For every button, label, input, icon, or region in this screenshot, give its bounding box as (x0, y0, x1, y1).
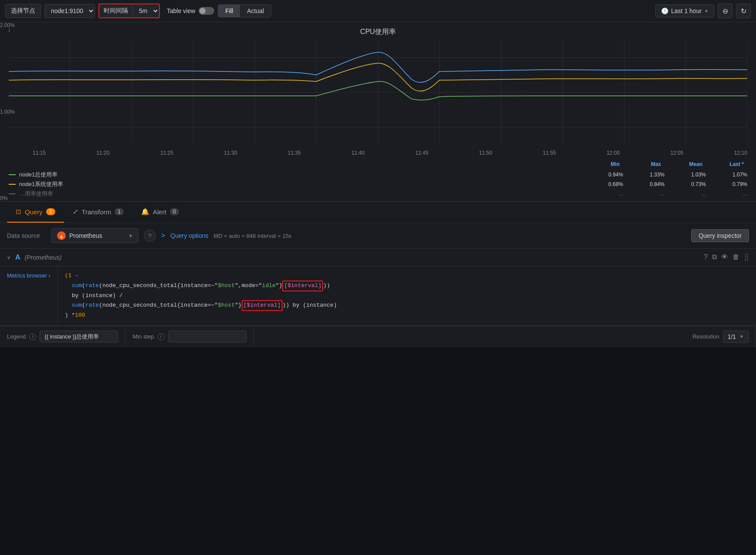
zoom-out-button[interactable]: ⊖ (718, 3, 732, 18)
interval-highlight-2: [$interval] (242, 300, 283, 311)
fill-button[interactable]: Fill (218, 5, 240, 17)
query-help-icon[interactable]: ? (704, 253, 708, 261)
tab-transform[interactable]: ⤢ Transform 1 (64, 202, 132, 223)
chart-legend: Min Max Mean Last * node1总使用率 0.94% 1.33… (9, 158, 747, 201)
query-label: A (15, 254, 20, 261)
code-line-1: (1 - (65, 271, 749, 281)
resolution-chevron: ▼ (739, 334, 744, 339)
query-options-arrow: > (161, 232, 165, 240)
query-source-label: (Prometheus) (25, 254, 62, 261)
tab-query[interactable]: ⊡ Query 3 (7, 202, 64, 223)
toggle-knob (199, 8, 206, 14)
table-view-toggle[interactable] (199, 7, 214, 15)
refresh-button[interactable]: ↻ (736, 3, 751, 18)
legend-row-yellow: node1系统使用率 0.68% 0.84% 0.73% 0.79% (9, 180, 747, 188)
resolution-cell: Resolution 1/1 ▼ (685, 326, 756, 347)
alert-tab-badge: 0 (170, 208, 179, 215)
query-tabs: ⊡ Query 3 ⤢ Transform 1 🔔 Alert 0 (0, 202, 756, 223)
time-interval-label: 时间间隔 (99, 4, 133, 17)
legend-last-header: Last * (720, 161, 744, 167)
time-interval-select[interactable]: 5m (133, 4, 159, 17)
datasource-name: Prometheus (69, 232, 102, 239)
min-step-info-icon[interactable]: i (158, 333, 165, 340)
legend-name-total: node1总使用率 (19, 171, 599, 179)
metrics-browser-button[interactable]: Metrics browser › (0, 266, 58, 325)
zoom-out-icon: ⊖ (722, 7, 728, 15)
collapse-icon[interactable]: ∨ (7, 254, 11, 261)
query-options-link[interactable]: Query options (170, 232, 208, 239)
query-drag-icon[interactable]: ⣿ (744, 253, 749, 261)
legend-input[interactable] (40, 331, 118, 342)
legend-stats-sys: 0.68% 0.84% 0.73% 0.79% (599, 181, 747, 187)
chart-svg (9, 40, 747, 145)
resolution-label: Resolution (692, 333, 719, 340)
node-select[interactable]: node1:9100 (44, 4, 95, 18)
legend-stats-other: ... ... ... ... (599, 191, 747, 197)
legend-max-header: Max (637, 161, 661, 167)
legend-mean-header: Mean (678, 161, 702, 167)
tab-alert[interactable]: 🔔 Alert 0 (132, 202, 188, 223)
min-step-input[interactable] (168, 331, 246, 342)
query-footer: Legend i Min step i Resolution 1/1 ▼ (0, 326, 756, 347)
code-line-3: by (instance) / (65, 291, 749, 301)
query-inspector-button[interactable]: Query inspector (691, 229, 749, 242)
legend-name-other: …用率使用率 (19, 190, 599, 198)
code-line-4: sum ( rate (node_cpu_seconds_total{insta… (65, 300, 749, 311)
legend-min-header: Min (596, 161, 620, 167)
x-axis-labels: 11:15 11:20 11:25 11:30 11:35 11:40 11:4… (9, 148, 747, 158)
code-line-2: sum ( rate (node_cpu_seconds_total{insta… (65, 281, 749, 291)
chart-title: CPU使用率 (9, 27, 747, 37)
time-range-label: Last 1 hour (671, 7, 702, 14)
legend-header: Min Max Mean Last * (9, 161, 747, 167)
query-tab-icon: ⊡ (16, 208, 21, 216)
legend-info-icon[interactable]: i (29, 333, 36, 340)
interval-highlight-1: [$interval] (282, 281, 323, 291)
query-tab-label: Query (25, 208, 43, 216)
query-options-meta: MD = auto = 846 Interval = 15s (214, 233, 292, 239)
actual-button[interactable]: Actual (240, 5, 271, 17)
query-tab-badge: 3 (46, 208, 55, 215)
query-block: ∨ A (Prometheus) ? ⧉ 👁 🗑 ⣿ Metrics brows… (0, 249, 756, 347)
chevron-down-icon: ▼ (704, 9, 709, 14)
datasource-row: Data source 🔥 Prometheus ▼ ? > Query opt… (0, 223, 756, 249)
select-node-button[interactable]: 选择节点 (5, 4, 41, 18)
refresh-icon: ↻ (741, 7, 746, 15)
query-block-header: ∨ A (Prometheus) ? ⧉ 👁 🗑 ⣿ (0, 249, 756, 266)
select-node-label: 选择节点 (11, 7, 35, 15)
query-trash-icon[interactable]: 🗑 (732, 253, 739, 261)
time-range-icon: 🕐 (661, 7, 668, 14)
legend-footer-label: Legend (7, 333, 26, 340)
transform-tab-badge: 1 (115, 208, 124, 215)
resolution-select[interactable]: 1/1 ▼ (723, 331, 749, 343)
transform-tab-label: Transform (82, 208, 111, 216)
fill-actual-group: Fill Actual (218, 4, 271, 17)
time-range-button[interactable]: 🕐 Last 1 hour ▼ (655, 4, 714, 17)
min-step-label: Min step (132, 333, 154, 340)
legend-stats-total: 0.94% 1.33% 1.03% 1.07% (599, 172, 747, 178)
time-interval-group: 时间间隔 5m (98, 3, 160, 18)
legend-color-other (9, 193, 16, 194)
query-actions: ? ⧉ 👁 🗑 ⣿ (704, 253, 749, 261)
code-editor[interactable]: (1 - sum ( rate (node_cpu_seconds_total{… (58, 266, 756, 325)
code-line-5: ) * 100 (65, 311, 749, 320)
datasource-select[interactable]: 🔥 Prometheus ▼ (51, 228, 138, 243)
top-toolbar: 选择节点 node1:9100 时间间隔 5m Table view Fill … (0, 0, 756, 22)
alert-tab-icon: 🔔 (141, 208, 149, 216)
chart-area (9, 40, 747, 145)
alert-tab-label: Alert (153, 208, 166, 216)
table-view-group: Table view (167, 7, 214, 15)
query-copy-icon[interactable]: ⧉ (712, 253, 717, 261)
table-view-label: Table view (167, 7, 195, 14)
query-editor-area: Metrics browser › (1 - sum ( rate (node_… (0, 266, 756, 326)
legend-row-other: …用率使用率 ... ... ... ... (9, 190, 747, 198)
chart-container: i CPU使用率 2.00% 1.00% 0% (0, 22, 756, 202)
query-eye-icon[interactable]: 👁 (721, 253, 728, 261)
resolution-value: 1/1 (728, 333, 736, 340)
prometheus-icon: 🔥 (57, 231, 66, 240)
datasource-label: Data source (7, 232, 46, 239)
datasource-chevron: ▼ (128, 234, 133, 238)
transform-tab-icon: ⤢ (73, 208, 78, 216)
help-button[interactable]: ? (144, 230, 156, 242)
legend-name-sys: node1系统使用率 (19, 180, 599, 188)
legend-row-green: node1总使用率 0.94% 1.33% 1.03% 1.07% (9, 171, 747, 179)
